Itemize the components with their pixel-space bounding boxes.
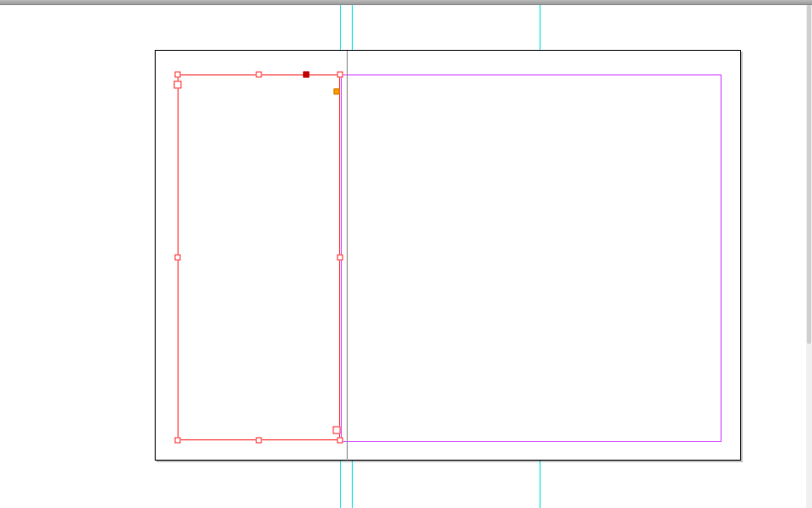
selection-handle-corner[interactable] (175, 438, 181, 444)
selection-handle-mid[interactable] (256, 72, 262, 78)
layout-frame[interactable] (341, 75, 721, 442)
scrollbar-thumb[interactable] (807, 5, 811, 344)
selection-handle-mid[interactable] (337, 255, 343, 261)
selection-handle-inport[interactable] (174, 81, 182, 89)
selection-handle-outport[interactable] (334, 89, 340, 95)
selection-handle-outport-large[interactable] (333, 427, 341, 434)
document-canvas[interactable] (0, 5, 812, 508)
selection-handle-mid[interactable] (256, 438, 262, 444)
vertical-scrollbar[interactable] (806, 5, 812, 508)
selected-text-frame[interactable] (178, 75, 340, 440)
selection-handle-bleed-flag[interactable] (304, 72, 310, 78)
selection-handle-mid[interactable] (175, 255, 181, 261)
selection-handle-corner[interactable] (337, 72, 343, 78)
selection-handle-corner[interactable] (337, 438, 343, 444)
selection-handle-corner[interactable] (175, 72, 181, 78)
